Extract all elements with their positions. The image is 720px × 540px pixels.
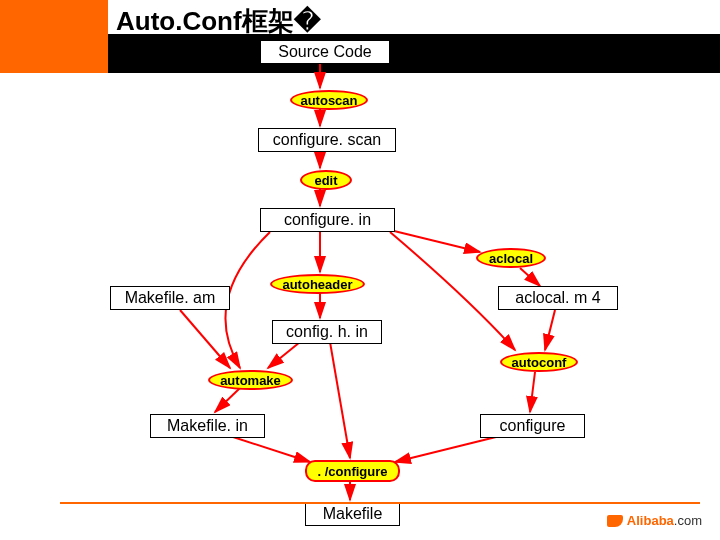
label: configure. scan bbox=[273, 131, 382, 149]
alibaba-logo-icon bbox=[607, 515, 623, 527]
tool-autoheader: autoheader bbox=[270, 274, 365, 294]
label: . /configure bbox=[317, 464, 387, 479]
svg-line-14 bbox=[395, 436, 500, 462]
label: Makefile. am bbox=[125, 289, 216, 307]
label: autoscan bbox=[300, 93, 357, 108]
tool-automake: automake bbox=[208, 370, 293, 390]
label: autoconf bbox=[512, 355, 567, 370]
tool-edit: edit bbox=[300, 170, 352, 190]
footer-divider bbox=[60, 502, 700, 504]
node-makefile-in: Makefile. in bbox=[150, 414, 265, 438]
label: edit bbox=[314, 173, 337, 188]
label: Source Code bbox=[278, 43, 371, 61]
node-source-code: Source Code bbox=[260, 40, 390, 64]
svg-line-15 bbox=[330, 342, 350, 458]
label: Makefile. in bbox=[167, 417, 248, 435]
diagram-stage: Source Code configure. scan configure. i… bbox=[0, 0, 720, 540]
svg-line-12 bbox=[530, 372, 535, 412]
node-configure-scan: configure. scan bbox=[258, 128, 396, 152]
page-title: Auto.Conf框架� bbox=[108, 6, 321, 36]
node-makefile: Makefile bbox=[305, 502, 400, 526]
svg-line-4 bbox=[390, 230, 480, 252]
node-configure-in: configure. in bbox=[260, 208, 395, 232]
svg-line-5 bbox=[520, 268, 540, 286]
svg-line-11 bbox=[545, 310, 555, 350]
node-makefile-am: Makefile. am bbox=[110, 286, 230, 310]
node-configure: configure bbox=[480, 414, 585, 438]
tool-autoconf: autoconf bbox=[500, 352, 578, 372]
label: configure bbox=[500, 417, 566, 435]
brand-text: Alibaba.com bbox=[627, 513, 702, 528]
svg-line-9 bbox=[268, 342, 300, 368]
label: config. h. in bbox=[286, 323, 368, 341]
tool-autoscan: autoscan bbox=[290, 90, 368, 110]
label: configure. in bbox=[284, 211, 371, 229]
svg-line-8 bbox=[180, 310, 230, 368]
label: autoheader bbox=[282, 277, 352, 292]
tool-aclocal: aclocal bbox=[476, 248, 546, 268]
label: aclocal. m 4 bbox=[515, 289, 600, 307]
label: automake bbox=[220, 373, 281, 388]
svg-line-10 bbox=[215, 388, 240, 412]
label: Makefile bbox=[323, 505, 383, 523]
brand-footer: Alibaba.com bbox=[607, 513, 702, 528]
label: aclocal bbox=[489, 251, 533, 266]
node-config-h-in: config. h. in bbox=[272, 320, 382, 344]
flow-arrows bbox=[0, 0, 720, 540]
tool-run-configure: . /configure bbox=[305, 460, 400, 482]
title-bar: Auto.Conf框架� bbox=[108, 4, 608, 34]
svg-line-13 bbox=[230, 436, 310, 462]
node-aclocal-m4: aclocal. m 4 bbox=[498, 286, 618, 310]
